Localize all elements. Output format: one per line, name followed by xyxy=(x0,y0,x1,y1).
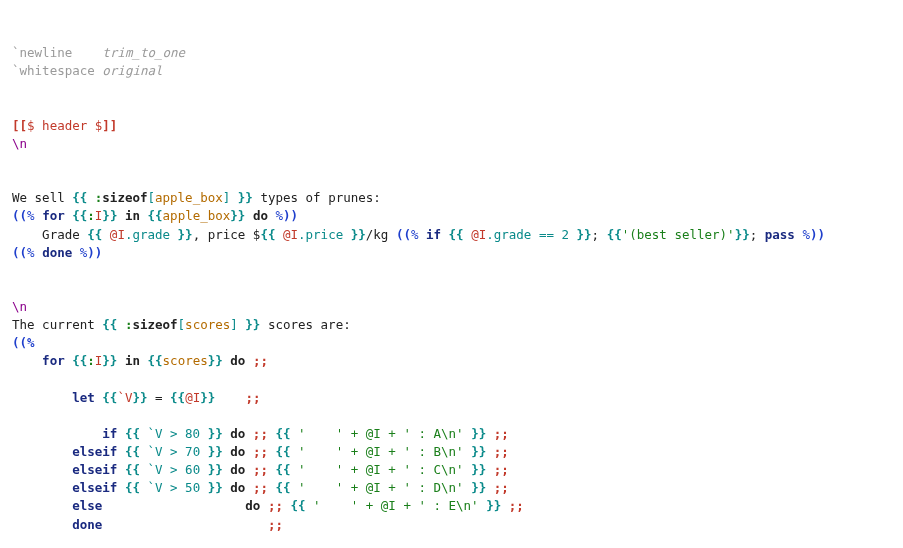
code-block: `newline trim_to_one `whitespace origina… xyxy=(12,44,891,548)
brace-close: }} xyxy=(178,227,193,242)
directive-key: `whitespace xyxy=(12,63,102,78)
section-name: $ header $ xyxy=(27,118,102,133)
bc: }} xyxy=(471,462,486,477)
ident: scores xyxy=(163,353,208,368)
kw-in: in xyxy=(117,208,147,223)
bo: {{ xyxy=(275,480,298,495)
text: , price $ xyxy=(193,227,261,242)
kw-do: do xyxy=(245,208,275,223)
indent xyxy=(12,498,72,513)
brace-open: {{ xyxy=(72,190,95,205)
text: We sell xyxy=(12,190,72,205)
brace-close: }} xyxy=(577,227,592,242)
var: `V xyxy=(117,390,132,405)
kw-for: for xyxy=(42,208,72,223)
paren-open: (( xyxy=(12,208,27,223)
brace-close: }} xyxy=(102,353,117,368)
string: ' ' + @I + ' : C\n' xyxy=(298,462,471,477)
indent xyxy=(12,462,72,477)
term: ;; xyxy=(268,517,283,532)
brace-open: {{ xyxy=(72,208,87,223)
kw-in: in xyxy=(117,353,147,368)
bracket: [ xyxy=(147,190,155,205)
brace-close: }} xyxy=(230,208,245,223)
term: ;; xyxy=(494,426,509,441)
bo: {{ xyxy=(125,480,148,495)
kw-elseif: elseif xyxy=(72,480,125,495)
expr: `V > 60 xyxy=(147,462,207,477)
ident: apple_box xyxy=(155,190,223,205)
term: ;; xyxy=(509,498,524,513)
bracket-open: [[ xyxy=(12,118,27,133)
percent: % xyxy=(276,208,284,223)
expr: `V > 70 xyxy=(147,444,207,459)
expr: `V > 50 xyxy=(147,480,207,495)
kw-if: if xyxy=(426,227,449,242)
kw-do: do xyxy=(102,498,268,513)
line: elseif {{ `V > 70 }} do ;; {{ ' ' + @I +… xyxy=(12,444,509,459)
kw-elseif: elseif xyxy=(72,444,125,459)
bo: {{ xyxy=(125,462,148,477)
paren-close: )) xyxy=(810,227,825,242)
string: ' ' + @I + ' : B\n' xyxy=(298,444,471,459)
line: ((% done %)) xyxy=(12,245,102,260)
line: The current {{ :sizeof[scores] }} scores… xyxy=(12,317,351,332)
term: ;; xyxy=(268,498,283,513)
bc: }} xyxy=(208,480,223,495)
bo: {{ xyxy=(275,444,298,459)
line: elseif {{ `V > 50 }} do ;; {{ ' ' + @I +… xyxy=(12,480,509,495)
percent: % xyxy=(802,227,810,242)
brace-close: }} xyxy=(238,190,253,205)
kw-pass: pass xyxy=(765,227,803,242)
colon: : xyxy=(87,208,95,223)
brace-open: {{ xyxy=(102,317,125,332)
indent xyxy=(12,444,72,459)
expr: `V > 80 xyxy=(147,426,207,441)
bc: }} xyxy=(208,462,223,477)
brace-close: }} xyxy=(132,390,147,405)
term: ;; xyxy=(253,480,268,495)
text: /kg xyxy=(366,227,396,242)
text: scores are: xyxy=(260,317,350,332)
paren-open: ((% xyxy=(12,335,35,350)
string: ' ' + @I + ' : A\n' xyxy=(298,426,471,441)
kw-do: do xyxy=(223,444,253,459)
paren-close: )) xyxy=(87,245,102,260)
term: ;; xyxy=(494,444,509,459)
text: types of prunes: xyxy=(253,190,381,205)
at: @ xyxy=(471,227,479,242)
kw-else: else xyxy=(72,498,102,513)
paren-close: )) xyxy=(283,208,298,223)
kw-let: let xyxy=(72,390,102,405)
line: `whitespace original xyxy=(12,63,163,78)
line: `newline trim_to_one xyxy=(12,45,185,60)
brace-open: {{ xyxy=(170,390,185,405)
text: Grade xyxy=(12,227,87,242)
kw-done: done xyxy=(72,517,102,532)
string: ' ' + @I + ' : D\n' xyxy=(298,480,471,495)
sp xyxy=(486,480,494,495)
var: I xyxy=(291,227,299,242)
sp xyxy=(215,390,245,405)
colon: : xyxy=(87,353,95,368)
brace-open: {{ xyxy=(260,227,283,242)
expr: .grade == 2 xyxy=(486,227,576,242)
var: I xyxy=(117,227,125,242)
brace-open: {{ xyxy=(72,353,87,368)
line: \n xyxy=(12,299,27,314)
at: @ xyxy=(185,390,193,405)
sep: ; xyxy=(750,227,765,242)
directive-key: `newline xyxy=(12,45,102,60)
brace-open: {{ xyxy=(148,208,163,223)
term: ;; xyxy=(253,353,268,368)
line: done ;; xyxy=(12,517,283,532)
line: if {{ `V > 80 }} do ;; {{ ' ' + @I + ' :… xyxy=(12,426,509,441)
bo: {{ xyxy=(125,426,148,441)
bracket: ] xyxy=(230,317,245,332)
line: for {{:I}} in {{scores}} do ;; xyxy=(12,353,268,368)
bo: {{ xyxy=(291,498,314,513)
brace-close: }} xyxy=(208,353,223,368)
line: We sell {{ :sizeof[apple_box] }} types o… xyxy=(12,190,381,205)
func: sizeof xyxy=(102,190,147,205)
brace-close: }} xyxy=(200,390,215,405)
